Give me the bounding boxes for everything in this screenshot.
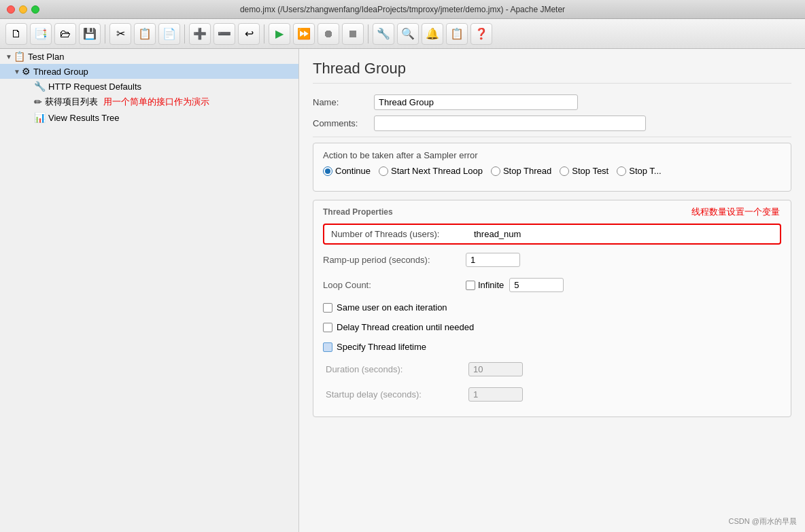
search-button[interactable]: 🔍 [397,23,419,45]
view-results-icon: 📊 [34,112,46,123]
delay-creation-label: Delay Thread creation until needed [337,322,474,332]
main-layout: ▼ 📋 Test Plan ▼ ⚙ Thread Group 🔧 HTTP Re… [0,49,805,532]
left-panel: ▼ 📋 Test Plan ▼ ⚙ Thread Group 🔧 HTTP Re… [0,49,299,532]
rampup-label: Ramp-up period (seconds): [323,255,466,265]
title-bar: demo.jmx (/Users/zhangwenfang/IdeaProjec… [0,0,805,19]
delay-creation-checkbox[interactable] [323,323,332,332]
delay-creation-row: Delay Thread creation until needed [323,320,781,334]
traffic-lights [7,5,39,14]
radio-stop-test-now-circle [617,166,626,176]
sidebar-item-get-list[interactable]: ✏ 获得项目列表 用一个简单的接口作为演示 [0,94,298,110]
clear-button[interactable]: 🔧 [373,23,394,45]
window-title: demo.jmx (/Users/zhangwenfang/IdeaProjec… [240,5,565,14]
duration-label: Duration (seconds): [326,364,468,374]
radio-stop-test-circle [560,166,569,176]
infinite-check-group: Infinite [466,280,504,290]
radio-continue-circle [323,166,332,176]
add-button[interactable]: ➕ [189,23,211,45]
same-user-checkbox[interactable] [323,303,332,313]
thread-group-label: Thread Group [33,67,88,77]
comments-row: Comments: [313,116,791,131]
function-helper-button[interactable]: 🔔 [422,23,443,45]
minimize-button[interactable] [19,5,27,14]
test-plan-icon: 📋 [14,51,25,62]
sidebar-item-view-results[interactable]: 📊 View Results Tree [0,110,298,125]
radio-stop-thread[interactable]: Stop Thread [491,166,551,176]
radio-stop-thread-circle [491,166,500,176]
toggle-icon: ▼ [14,68,20,75]
same-user-label: Same user on each iteration [337,302,447,313]
num-threads-input[interactable] [474,229,555,239]
close-button[interactable] [7,5,15,14]
cut-button[interactable]: ✂ [109,23,131,45]
thread-props-section: Thread Properties 线程数量设置一个变量 Number of T… [313,200,791,417]
paste-button[interactable]: 📄 [158,23,180,45]
startup-delay-label: Startup delay (seconds): [326,389,468,400]
log-viewer-button[interactable]: 📋 [446,23,468,45]
startup-delay-row: Startup delay (seconds): [323,385,781,404]
radio-row: Continue Start Next Thread Loop Stop Thr… [323,166,781,176]
test-plan-label: Test Plan [28,52,64,62]
sidebar-item-test-plan[interactable]: ▼ 📋 Test Plan [0,49,298,64]
start-no-pauses-button[interactable]: ⏩ [293,23,315,45]
open-button[interactable]: 🗁 [54,23,76,45]
loop-count-input[interactable] [509,278,564,292]
stop-button[interactable]: ⏺ [318,23,339,45]
sep4 [368,24,369,43]
sep-line [313,137,791,137]
radio-stop-test-now[interactable]: Stop T... [617,166,661,176]
view-results-label: View Results Tree [48,113,120,123]
help-button[interactable]: ❓ [470,23,492,45]
comments-label: Comments: [313,118,374,128]
loop-count-label: Loop Count: [323,280,466,290]
get-list-label: 获得项目列表 [45,96,98,108]
get-list-icon: ✏ [34,96,42,107]
undo-button[interactable]: ↩ [238,23,260,45]
open-templates-button[interactable]: 📑 [30,23,52,45]
radio-start-next-circle [379,166,388,176]
rampup-row: Ramp-up period (seconds): [323,250,781,270]
sidebar-item-http-defaults[interactable]: 🔧 HTTP Request Defaults [0,79,298,94]
radio-start-next-label: Start Next Thread Loop [391,166,483,176]
specify-lifetime-row: Specify Thread lifetime [323,340,781,354]
maximize-button[interactable] [31,5,39,14]
remove-button[interactable]: ➖ [213,23,235,45]
sidebar-item-thread-group[interactable]: ▼ ⚙ Thread Group [0,64,298,79]
startup-delay-input[interactable] [468,387,523,402]
radio-start-next[interactable]: Start Next Thread Loop [379,166,483,176]
infinite-label: Infinite [478,280,504,290]
copy-button[interactable]: 📋 [134,23,156,45]
num-threads-label: Number of Threads (users): [331,229,474,239]
sampler-error-label: Action to be taken after a Sampler error [323,150,781,160]
sampler-error-section: Action to be taken after a Sampler error… [313,143,791,192]
specify-lifetime-label: Specify Thread lifetime [337,342,426,352]
duration-input[interactable] [468,362,523,376]
toggle-icon: ▼ [5,53,12,60]
http-defaults-label: HTTP Request Defaults [48,82,141,92]
start-button[interactable]: ▶ [269,23,290,45]
specify-lifetime-checkbox[interactable] [323,342,332,352]
get-list-annotation: 用一个简单的接口作为演示 [103,96,209,108]
comments-input[interactable] [374,116,646,131]
radio-stop-test-label: Stop Test [572,166,609,176]
save-button[interactable]: 💾 [79,23,101,45]
name-row: Name: [313,94,791,110]
radio-stop-test-now-label: Stop T... [629,166,661,176]
sep2 [184,24,185,43]
radio-stop-test[interactable]: Stop Test [560,166,609,176]
num-threads-row: Number of Threads (users): [323,224,781,245]
new-button[interactable]: 🗋 [5,23,27,45]
duration-row: Duration (seconds): [323,359,781,379]
thread-group-icon: ⚙ [22,66,31,77]
shutdown-button[interactable]: ⏹ [342,23,364,45]
radio-continue-label: Continue [335,166,371,176]
radio-continue[interactable]: Continue [323,166,371,176]
http-defaults-icon: 🔧 [34,81,46,92]
radio-stop-thread-label: Stop Thread [503,166,551,176]
rampup-input[interactable] [466,253,520,267]
sep1 [105,24,105,43]
infinite-checkbox[interactable] [466,281,475,290]
thread-annotation: 线程数量设置一个变量 [691,206,780,218]
name-input[interactable] [374,94,578,110]
name-label: Name: [313,97,374,107]
